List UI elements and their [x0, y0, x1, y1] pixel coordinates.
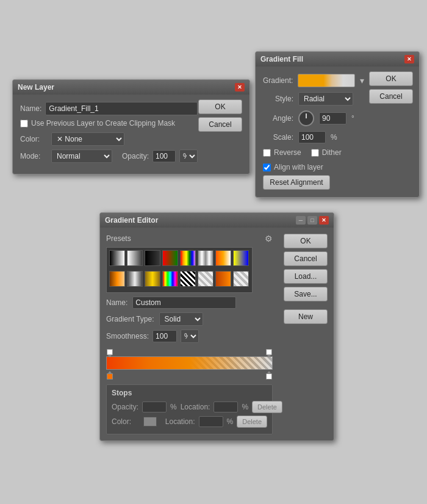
color-stop-row	[106, 371, 273, 380]
close-icon: ✕	[237, 84, 242, 90]
presets-grid	[106, 247, 253, 293]
name-input[interactable]	[45, 102, 198, 115]
preset-swatch-transparent[interactable]	[198, 271, 214, 287]
gradient-editor-max-button[interactable]: □	[307, 216, 317, 225]
reset-alignment-button[interactable]: Reset Alignment	[263, 175, 330, 190]
presets-gear-button[interactable]: ⚙	[265, 234, 273, 243]
preset-swatch-yellow-blue[interactable]	[233, 250, 249, 266]
gradient-dropdown-icon[interactable]: ▾	[360, 76, 364, 85]
ge-type-select[interactable]: Solid Noise	[159, 312, 203, 326]
new-layer-close-button[interactable]: ✕	[235, 83, 245, 92]
opacity-loc-input[interactable]	[214, 401, 238, 412]
opacity-pct-label: %	[170, 403, 177, 411]
reverse-label: Reverse	[274, 148, 301, 157]
gradient-label: Gradient:	[263, 76, 293, 85]
ge-new-button[interactable]: New	[284, 309, 328, 324]
gradient-editor-min-button[interactable]: ─	[296, 216, 306, 225]
scale-input[interactable]	[298, 131, 326, 143]
new-layer-title: New Layer	[18, 83, 54, 92]
new-layer-buttons: OK Cancel	[198, 99, 242, 132]
ge-name-label: Name:	[106, 298, 127, 307]
gradient-fill-controls: ✕	[404, 55, 414, 63]
preset-swatch-gold[interactable]	[145, 271, 160, 287]
style-select[interactable]: Radial Linear Angle Reflected Diamond	[298, 92, 353, 106]
preset-swatch-orange[interactable]	[215, 250, 231, 266]
color-stop-white[interactable]	[266, 373, 272, 380]
opacity-loc-label: Location:	[181, 403, 210, 411]
preset-swatch-rainbow2[interactable]	[162, 271, 178, 287]
preset-swatch-rust[interactable]	[215, 271, 231, 287]
opacity-loc-pct: %	[242, 403, 248, 411]
new-layer-controls: ✕	[235, 83, 245, 92]
color-swatch[interactable]	[143, 417, 157, 427]
presets-label: Presets	[106, 234, 131, 243]
preset-swatch-black-trans[interactable]	[145, 250, 160, 266]
ge-smoothness-unit[interactable]: %	[181, 329, 199, 343]
ge-smoothness-label: Smoothness:	[106, 332, 149, 340]
gradient-fill-buttons: OK Cancel	[369, 71, 413, 104]
opacity-stop-row	[106, 348, 273, 356]
color-loc-input[interactable]	[199, 416, 223, 427]
ge-save-button[interactable]: Save...	[284, 287, 328, 301]
gradient-fill-title: Gradient Fill	[260, 55, 303, 63]
preset-swatch-checker[interactable]	[233, 271, 249, 287]
new-layer-dialog: New Layer ✕ Name: Use Previous Layer to …	[12, 79, 250, 175]
opacity-value-input[interactable]	[142, 401, 167, 412]
angle-dial[interactable]	[298, 110, 314, 126]
minimize-icon: ─	[299, 217, 303, 223]
gradient-fill-cancel-button[interactable]: Cancel	[369, 89, 413, 104]
preset-swatch-white-trans[interactable]	[127, 250, 143, 266]
opacity-unit-select[interactable]: %	[179, 149, 198, 163]
style-label: Style:	[263, 95, 293, 103]
ge-bar-container	[106, 348, 273, 380]
color-stop-orange[interactable]	[107, 373, 113, 380]
preset-swatch-silver[interactable]	[127, 271, 143, 287]
new-layer-titlebar: New Layer ✕	[13, 80, 249, 95]
preset-swatch-stripe[interactable]	[180, 271, 196, 287]
ge-smoothness-input[interactable]	[152, 330, 177, 342]
mode-select[interactable]: Normal Dissolve Multiply	[51, 149, 112, 163]
clip-mask-checkbox[interactable]	[20, 120, 28, 128]
opacity-delete-button[interactable]: Delete	[252, 401, 282, 413]
reverse-checkbox[interactable]	[263, 149, 271, 157]
align-checkbox-row: Align with layer	[263, 163, 364, 171]
color-select[interactable]: ✕ None Red Orange	[51, 132, 124, 146]
gradient-fill-close-button[interactable]: ✕	[404, 55, 414, 63]
angle-input[interactable]	[319, 112, 346, 124]
clip-mask-label: Use Previous Layer to Create Clipping Ma…	[31, 119, 175, 128]
gradient-preview[interactable]	[298, 74, 355, 87]
stops-title: Stops	[112, 389, 267, 397]
ge-gradient-bar[interactable]	[106, 356, 273, 370]
new-layer-ok-button[interactable]: OK	[198, 99, 242, 114]
preset-swatch-rainbow[interactable]	[180, 250, 196, 266]
ge-stops-section: Stops Opacity: % Location: % Delete Colo…	[106, 384, 273, 434]
preset-swatch-chrome[interactable]	[198, 250, 214, 266]
opacity-stop-left[interactable]	[107, 349, 113, 355]
scale-label: Scale:	[263, 133, 293, 142]
close-icon: ✕	[321, 217, 326, 223]
gradient-fill-titlebar: Gradient Fill ✕	[256, 52, 419, 67]
gradient-fill-ok-button[interactable]: OK	[369, 71, 413, 86]
ge-cancel-button[interactable]: Cancel	[284, 251, 328, 266]
dither-checkbox[interactable]	[311, 149, 319, 157]
gradient-editor-close-button[interactable]: ✕	[319, 216, 329, 225]
color-delete-button[interactable]: Delete	[237, 416, 267, 428]
align-checkbox[interactable]	[263, 164, 271, 171]
ge-name-input[interactable]	[132, 297, 236, 309]
ge-load-button[interactable]: Load...	[284, 269, 328, 284]
mode-opacity-row: Mode: Normal Dissolve Multiply Opacity: …	[20, 149, 198, 163]
opacity-input[interactable]	[152, 150, 176, 162]
style-row: Style: Radial Linear Angle Reflected Dia…	[263, 92, 364, 106]
name-label: Name:	[20, 104, 41, 113]
opacity-stop-right[interactable]	[266, 349, 272, 355]
new-layer-cancel-button[interactable]: Cancel	[198, 117, 242, 132]
color-stop-label: Color:	[112, 417, 140, 426]
preset-swatch-bw[interactable]	[109, 250, 125, 266]
gradient-editor-content: Presets ⚙	[100, 228, 334, 441]
preset-swatch-copper[interactable]	[109, 271, 125, 287]
gradient-editor-title: Gradient Editor	[105, 216, 158, 225]
preset-swatch-red-green[interactable]	[162, 250, 178, 266]
ge-ok-button[interactable]: OK	[284, 234, 328, 248]
ge-smoothness-row: Smoothness: %	[106, 329, 273, 343]
angle-row: Angle: °	[263, 110, 364, 126]
